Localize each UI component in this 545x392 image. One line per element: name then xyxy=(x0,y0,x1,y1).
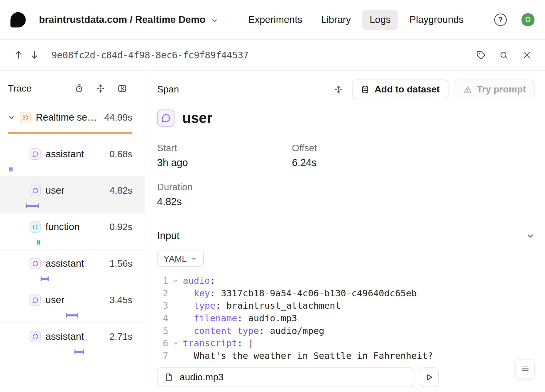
nav-item-logs[interactable]: Logs xyxy=(362,10,398,30)
duration-bar-track xyxy=(8,311,132,320)
trace-row-label: assistant xyxy=(45,331,84,342)
nav-item-library[interactable]: Library xyxy=(314,10,359,30)
code-line: 2 key: 3317cb18-9a54-4c06-b130-c49640dc6… xyxy=(157,287,535,300)
audio-attachment[interactable]: audio.mp3 xyxy=(157,367,414,387)
code-line: 7 What's the weather in Seattle in Fahre… xyxy=(157,349,535,362)
input-section-header[interactable]: Input xyxy=(157,230,535,241)
line-number: 4 xyxy=(157,312,168,325)
line-number: 5 xyxy=(157,325,168,337)
chat-bubble-icon xyxy=(30,331,41,342)
span-detail-panel: Span Add to dataset Try prompt xyxy=(145,71,545,391)
attachment-row: audio.mp3 xyxy=(157,367,535,387)
chevron-down-icon[interactable] xyxy=(8,114,15,121)
fold-chevron-icon[interactable] xyxy=(168,278,183,283)
trace-row-label: user xyxy=(45,185,65,196)
side-panel-icon[interactable] xyxy=(117,83,127,94)
code-text: filename: audio.mp3 xyxy=(183,312,297,325)
code-text: What's the weather in Seattle in Fahrenh… xyxy=(183,349,433,362)
section-divider xyxy=(157,221,535,221)
prev-trace-button[interactable] xyxy=(11,47,27,63)
try-prompt-button[interactable]: Try prompt xyxy=(455,80,535,99)
line-number: 3 xyxy=(157,299,168,312)
code-text: transcript: | xyxy=(183,337,253,349)
trace-row-function[interactable]: ()function0.92s xyxy=(0,213,145,249)
code-text: key: 3317cb18-9a54-4c06-b130-c49640dc65e… xyxy=(183,287,417,300)
duration-bar-track xyxy=(8,238,132,247)
duration-bar xyxy=(41,278,48,280)
avatar[interactable]: O xyxy=(521,13,534,26)
attachment-filename: audio.mp3 xyxy=(180,372,224,383)
trace-row-assistant[interactable]: assistant2.71s xyxy=(0,323,145,359)
add-to-dataset-label: Add to dataset xyxy=(375,84,440,95)
trace-row-label: Realtime ses... xyxy=(36,112,99,123)
line-number: 1 xyxy=(157,274,168,287)
trace-row-duration: 0.92s xyxy=(109,222,132,232)
duration-bar-track xyxy=(8,348,132,357)
field-offset: Offset 6.24s xyxy=(292,143,470,169)
chevron-down-icon[interactable] xyxy=(526,232,534,240)
project-name: braintrustdata.com / Realtime Demo xyxy=(39,14,206,25)
chat-bubble-icon xyxy=(157,109,175,127)
trace-row-label: function xyxy=(45,222,79,233)
play-button[interactable] xyxy=(420,367,439,387)
duration-bar xyxy=(67,314,78,316)
trace-id: 9e08fc2d-c84d-4f98-8ec6-fc9f89f44537 xyxy=(51,50,248,60)
close-icon[interactable] xyxy=(519,47,535,63)
span-header: Span Add to dataset Try prompt xyxy=(157,80,535,99)
warning-triangle-icon xyxy=(463,85,472,94)
code-line: 1audio: xyxy=(157,274,535,287)
trace-row-label: user xyxy=(45,295,65,306)
trace-panel-title: Trace xyxy=(8,83,32,94)
layout-menu-button[interactable] xyxy=(515,359,534,378)
span-title-row: user xyxy=(157,109,535,127)
trace-row-realtimeses[interactable]: Realtime ses...44.99s xyxy=(0,104,145,140)
project-switcher[interactable]: braintrustdata.com / Realtime Demo xyxy=(39,14,218,25)
main-split: Trace Realtime ses...44.99sassistant0.68… xyxy=(0,71,545,391)
search-icon[interactable] xyxy=(496,47,512,63)
tag-button[interactable] xyxy=(473,47,489,63)
trace-row-duration: 4.82s xyxy=(109,185,132,196)
collapse-all-icon[interactable] xyxy=(95,83,106,94)
top-nav: braintrustdata.com / Realtime Demo Exper… xyxy=(0,0,545,40)
duration-bar xyxy=(10,168,12,170)
timer-icon[interactable] xyxy=(74,83,84,94)
function-icon: () xyxy=(30,222,41,233)
code-line: 3 type: braintrust_attachment xyxy=(157,299,535,312)
duration-bar-track xyxy=(8,165,132,174)
database-icon xyxy=(361,85,370,94)
trace-row-label: assistant xyxy=(45,148,84,160)
nav-item-experiments[interactable]: Experiments xyxy=(241,10,310,30)
line-number: 2 xyxy=(157,287,168,300)
chat-bubble-icon xyxy=(30,295,41,306)
code-text: content_type: audio/mpeg xyxy=(183,325,324,337)
file-icon xyxy=(164,373,173,382)
span-name: user xyxy=(182,110,212,126)
trace-row-user[interactable]: user3.45s xyxy=(0,286,145,322)
format-select[interactable]: YAML xyxy=(157,251,204,267)
nav-item-playgrounds[interactable]: Playgrounds xyxy=(402,10,471,30)
trace-sidebar: Trace Realtime ses...44.99sassistant0.68… xyxy=(0,71,145,391)
code-text: audio: xyxy=(183,274,215,287)
expand-panel-icon[interactable] xyxy=(331,82,346,97)
chat-bubble-icon xyxy=(30,148,41,160)
brand-logo-icon[interactable] xyxy=(11,12,26,27)
trace-tree: Realtime ses...44.99sassistant0.68suser4… xyxy=(0,104,145,359)
code-block: 1audio:2 key: 3317cb18-9a54-4c06-b130-c4… xyxy=(157,274,535,362)
chat-bubble-icon xyxy=(30,185,41,196)
chevron-down-icon xyxy=(211,17,218,24)
add-to-dataset-button[interactable]: Add to dataset xyxy=(352,80,448,99)
duration-bar xyxy=(8,132,132,134)
fold-chevron-icon[interactable] xyxy=(168,340,183,346)
span-fields: Start 3h ago Offset 6.24s Duration 4.82s xyxy=(157,143,470,207)
field-start: Start 3h ago xyxy=(157,143,292,169)
try-prompt-label: Try prompt xyxy=(477,84,526,95)
duration-bar-track xyxy=(8,275,132,284)
next-trace-button[interactable] xyxy=(26,47,43,63)
trace-row-user[interactable]: user4.82s xyxy=(0,177,145,213)
chevron-down-icon xyxy=(191,256,197,262)
trace-row-assistant[interactable]: assistant0.68s xyxy=(0,140,145,177)
duration-bar xyxy=(26,205,38,207)
input-section-title: Input xyxy=(157,230,180,241)
trace-row-assistant[interactable]: assistant1.56s xyxy=(0,250,145,286)
help-button[interactable]: ? xyxy=(494,13,507,26)
